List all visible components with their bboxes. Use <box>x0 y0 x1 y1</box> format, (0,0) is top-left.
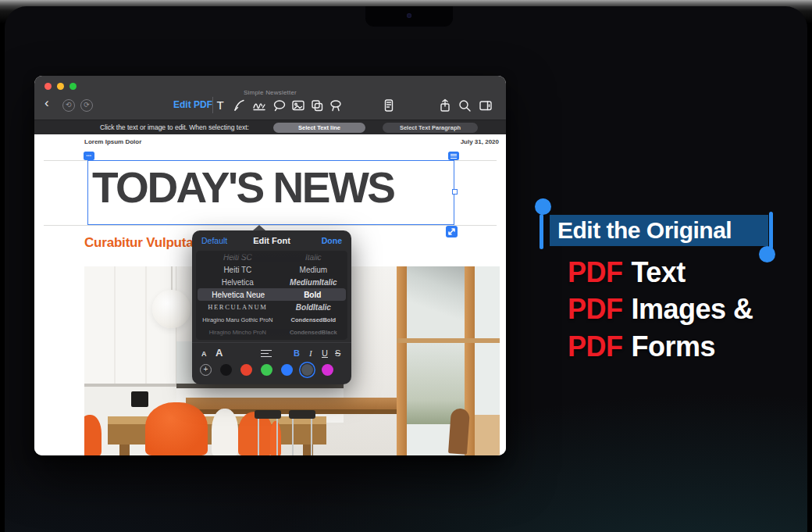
share-icon[interactable] <box>438 98 452 112</box>
done-button[interactable]: Done <box>322 236 342 245</box>
window-frame <box>397 338 500 343</box>
popup-arrow <box>253 225 265 230</box>
stamp-tool-icon[interactable] <box>329 98 343 112</box>
back-icon[interactable]: ‹ <box>45 95 49 111</box>
text-align-icon[interactable] <box>261 350 272 366</box>
color-swatch-green[interactable] <box>261 364 272 376</box>
white-chair <box>212 409 238 455</box>
color-swatch-blue[interactable] <box>281 364 293 376</box>
color-swatch-red[interactable] <box>240 364 252 376</box>
window-glass <box>407 266 465 338</box>
stool-leg <box>292 419 294 455</box>
selection-hint: Click the text or image to edit. When se… <box>100 123 249 131</box>
orange-chair <box>84 415 102 455</box>
pendant-lamp <box>152 290 191 328</box>
sidebar-icon[interactable] <box>479 98 493 112</box>
promo-headline-highlight: Edit the Original <box>550 215 768 246</box>
doc-date: July 31, 2020 <box>461 138 499 145</box>
selected-text-box[interactable]: TODAY'S NEWS <box>87 160 454 225</box>
font-list[interactable]: Heiti SC Italic Heiti TC Medium Helvetic… <box>196 251 347 340</box>
wood-bar-counter <box>186 398 428 409</box>
orange-chair <box>270 421 281 455</box>
bold-button[interactable]: B <box>294 345 300 361</box>
edit-font-popup: Default Edit Font Done Heiti SC Italic H… <box>192 230 351 384</box>
lamp-cord <box>171 266 173 293</box>
doc-byline: Lorem Ipsum Dolor <box>84 138 141 145</box>
underline-button[interactable]: U <box>322 345 328 361</box>
color-swatch-selected[interactable] <box>301 364 313 376</box>
camera-dot <box>407 13 411 18</box>
strikethrough-button[interactable]: S <box>335 345 340 361</box>
selection-mode-bar: Click the text or image to edit. When se… <box>34 120 506 134</box>
add-color-button[interactable]: + <box>200 364 212 376</box>
decrease-font-size-button[interactable]: A <box>201 345 207 361</box>
coffee-machine <box>131 391 148 407</box>
stool-leg <box>311 419 312 455</box>
more-options-badge[interactable]: ••• <box>84 152 94 160</box>
stool-leg <box>258 419 259 455</box>
stool-leg <box>276 419 278 455</box>
app-window: Simple Newsletter ‹ ⟲ ⟳ Edit PDF T <box>34 76 506 455</box>
doc-headline: TODAY'S NEWS <box>92 162 394 212</box>
bar-stool <box>255 410 281 419</box>
font-list-item[interactable]: Hiragino Maru Gothic ProN CondensedBold <box>196 313 347 326</box>
reader-view-icon[interactable] <box>382 98 396 112</box>
font-list-item[interactable]: HERCULANUM BoldItalic <box>196 301 347 313</box>
selection-handle-bar <box>769 212 773 249</box>
list-fade <box>196 251 347 258</box>
resize-handle[interactable] <box>446 226 458 237</box>
color-swatch-black[interactable] <box>220 364 232 376</box>
search-icon[interactable] <box>458 98 472 112</box>
callout-tool-icon[interactable] <box>272 98 287 112</box>
font-list-item[interactable]: Helvetica MediumItalic <box>196 276 347 288</box>
select-text-paragraph-button[interactable]: Select Text Paragraph <box>383 123 478 134</box>
bar-stool <box>289 410 315 419</box>
signature-tool-icon[interactable] <box>252 98 266 112</box>
doc-section-heading: Curabitur Vulputat <box>84 235 198 251</box>
promo-line-images: PDFImages & <box>568 293 753 326</box>
selection-handle-bar <box>540 214 543 249</box>
selection-handle-bottom <box>759 246 775 262</box>
menu-badge[interactable] <box>448 152 459 160</box>
text-guide-line <box>44 225 497 226</box>
redo-icon[interactable]: ⟳ <box>80 99 93 112</box>
undo-icon[interactable]: ⟲ <box>62 99 75 112</box>
promo-line-forms: PDFForms <box>568 330 715 363</box>
side-resize-handle[interactable] <box>452 189 458 195</box>
window-frame <box>397 266 407 455</box>
italic-button[interactable]: I <box>309 345 312 361</box>
table-leg <box>119 445 130 455</box>
selection-handle-top <box>535 198 551 215</box>
promo-headline: Edit the Original <box>557 217 732 244</box>
wood-floor <box>475 415 500 455</box>
popup-divider <box>192 342 351 343</box>
wood-chair <box>448 408 470 455</box>
color-swatch-magenta[interactable] <box>322 364 333 376</box>
pen-tool-icon[interactable] <box>232 98 246 112</box>
color-swatches: + <box>200 364 333 376</box>
text-tool-icon[interactable]: T <box>213 98 227 112</box>
list-fade <box>196 333 347 340</box>
edit-pdf-button[interactable]: Edit PDF <box>173 99 212 110</box>
image-tool-icon[interactable] <box>291 98 305 112</box>
promo-line-text: PDFText <box>568 256 686 289</box>
laptop-screen: Simple Newsletter ‹ ⟲ ⟳ Edit PDF T <box>5 6 807 532</box>
laptop-mockup: Simple Newsletter ‹ ⟲ ⟳ Edit PDF T <box>0 0 812 532</box>
select-text-line-button[interactable]: Select Text line <box>273 123 365 134</box>
orange-chair <box>145 402 208 455</box>
shapes-tool-icon[interactable] <box>310 98 324 112</box>
font-list-item[interactable]: Heiti TC Medium <box>196 263 347 276</box>
font-list-item-selected[interactable]: Helvetica Neue Bold <box>198 288 346 301</box>
increase-font-size-button[interactable]: A <box>215 345 223 361</box>
laptop-notch <box>365 6 453 27</box>
toolbar: Simple Newsletter ‹ ⟲ ⟳ Edit PDF T <box>34 76 506 120</box>
window-title: Simple Newsletter <box>34 89 506 96</box>
